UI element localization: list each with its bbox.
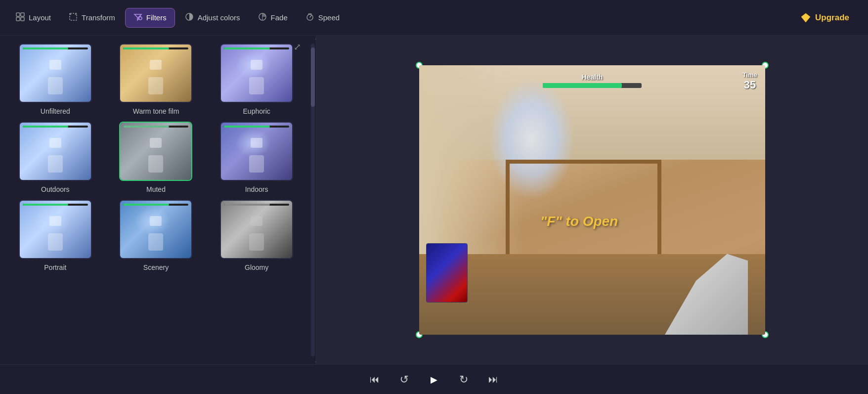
diamond-icon: [800, 12, 811, 23]
skip-to-start-button[interactable]: ⏮: [366, 371, 384, 389]
filter-thumb-indoors: [220, 122, 293, 181]
rewind-icon: ↻: [400, 373, 409, 386]
svg-rect-2: [16, 17, 20, 21]
toolbar-buttons: Layout Transform Filters: [8, 8, 347, 28]
scroll-thumb[interactable]: [311, 47, 315, 107]
video-preview-container: "F" to Open Health Time 35: [419, 65, 765, 335]
layout-button[interactable]: Layout: [8, 8, 59, 27]
scrollbar[interactable]: ▲ ▼: [311, 44, 315, 356]
fade-button[interactable]: Fade: [250, 8, 296, 27]
playback-bar: ⏮ ↻ ▶ ↻ ⏭: [0, 364, 868, 394]
filter-item-muted[interactable]: Muted: [109, 122, 204, 194]
speed-button[interactable]: Speed: [298, 8, 347, 27]
layout-icon: [16, 12, 25, 23]
video-preview: "F" to Open Health Time 35: [419, 65, 765, 335]
svg-rect-1: [21, 13, 24, 16]
filter-item-scenery[interactable]: Scenery: [109, 200, 204, 272]
layout-label: Layout: [29, 13, 51, 22]
filter-item-outdoors[interactable]: Outdoors: [8, 122, 103, 194]
hud-health-bar-fill: [543, 83, 622, 88]
transform-label: Transform: [82, 13, 115, 22]
rewind-button[interactable]: ↻: [395, 371, 413, 389]
filter-item-gloomy[interactable]: Gloomy: [209, 200, 304, 272]
filters-icon: [133, 12, 142, 23]
upgrade-label: Upgrade: [815, 13, 849, 23]
main-content: ⤢: [0, 36, 868, 364]
adjust-colors-button[interactable]: Adjust colors: [177, 8, 248, 27]
filter-thumb-muted: [119, 122, 192, 181]
filter-grid: Unfiltered: [8, 44, 308, 272]
skip-to-end-button[interactable]: ⏭: [484, 371, 502, 389]
video-area: "F" to Open Health Time 35: [316, 36, 868, 364]
filter-label-unfiltered: Unfiltered: [41, 107, 70, 116]
play-icon: ▶: [431, 374, 437, 385]
svg-marker-14: [801, 13, 810, 22]
scene-thumbnail-overlay: [426, 243, 468, 303]
filter-label-portrait: Portrait: [44, 263, 66, 272]
filter-label-scenery: Scenery: [143, 263, 169, 272]
filter-item-unfiltered[interactable]: Unfiltered: [8, 44, 103, 116]
svg-rect-3: [21, 17, 24, 21]
upgrade-button[interactable]: Upgrade: [789, 7, 860, 28]
filter-grid-container: Unfiltered: [0, 36, 316, 364]
filter-label-muted: Muted: [146, 185, 166, 194]
filter-thumb-scenery: [119, 200, 192, 259]
skip-end-icon: ⏭: [488, 374, 498, 385]
svg-point-7: [139, 17, 142, 20]
game-scene: "F" to Open Health Time 35: [419, 65, 765, 335]
filter-label-indoors: Indoors: [245, 185, 268, 194]
adjust-colors-label: Adjust colors: [198, 13, 240, 22]
transform-icon: [69, 12, 78, 23]
skip-start-icon: ⏮: [370, 374, 380, 385]
play-button[interactable]: ▶: [425, 371, 443, 389]
hud-time: Time 35: [742, 71, 757, 91]
fast-forward-button[interactable]: ↻: [455, 371, 473, 389]
fade-icon: [258, 12, 267, 23]
filter-thumb-outdoors: [19, 122, 92, 181]
hud-time-label: Time: [742, 71, 757, 79]
filters-button[interactable]: Filters: [125, 8, 175, 28]
hud-health-label: Health: [543, 73, 642, 81]
filters-label: Filters: [146, 13, 167, 22]
hud-health: Health: [543, 73, 642, 88]
toolbar: Layout Transform Filters: [0, 0, 868, 36]
filter-thumb-warm-tone-film: [119, 44, 192, 103]
filter-label-euphoric: Euphoric: [243, 107, 270, 116]
filter-thumb-euphoric: [220, 44, 293, 103]
fast-forward-icon: ↻: [459, 373, 468, 386]
transform-button[interactable]: Transform: [61, 8, 123, 27]
speed-label: Speed: [318, 13, 340, 22]
scroll-up-arrow[interactable]: ▲: [313, 36, 316, 42]
svg-rect-0: [16, 13, 20, 16]
filter-label-warm-tone-film: Warm tone film: [133, 107, 179, 116]
scene-action-text: "F" to Open: [540, 214, 618, 229]
filter-label-gloomy: Gloomy: [245, 263, 268, 272]
filter-label-outdoors: Outdoors: [41, 185, 70, 194]
hud-health-bar: [543, 83, 642, 88]
scroll-down-arrow[interactable]: ▼: [313, 358, 316, 364]
filter-panel: ⤢: [0, 36, 316, 364]
filter-item-warm-tone-film[interactable]: Warm tone film: [109, 44, 204, 116]
hud-time-value: 35: [742, 79, 757, 91]
adjust-colors-icon: [185, 12, 194, 23]
filter-item-euphoric[interactable]: Euphoric: [209, 44, 304, 116]
filter-thumb-unfiltered: [19, 44, 92, 103]
filter-thumb-gloomy: [220, 200, 293, 259]
filter-item-indoors[interactable]: Indoors: [209, 122, 304, 194]
filter-item-portrait[interactable]: Portrait: [8, 200, 103, 272]
filter-thumb-portrait: [19, 200, 92, 259]
speed-icon: [305, 12, 314, 23]
fade-label: Fade: [271, 13, 288, 22]
